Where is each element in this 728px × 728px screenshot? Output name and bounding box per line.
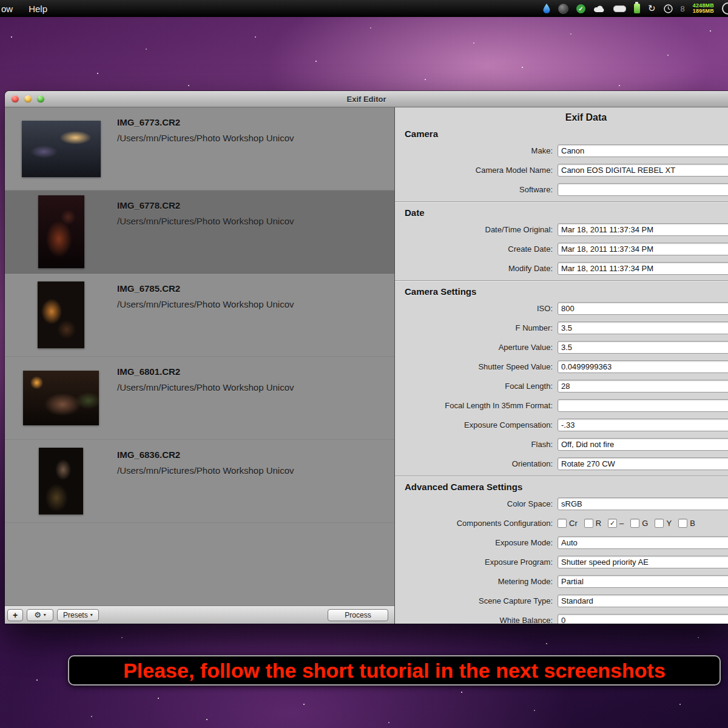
- battery-pill-icon[interactable]: [613, 5, 626, 12]
- file-path: /Users/mn/Pictures/Photo Workshop Unicov: [117, 299, 394, 309]
- iso-field[interactable]: [558, 302, 728, 315]
- file-meta: IMG_6778.CR2 /Users/mn/Pictures/Photo Wo…: [117, 190, 394, 273]
- memory-indicator[interactable]: 4248MB 1895MB: [693, 3, 714, 14]
- drop-icon[interactable]: [543, 4, 550, 13]
- file-thumbnail[interactable]: [23, 371, 99, 425]
- field-label-white-balance: White Balance:: [395, 616, 558, 624]
- file-thumbnail[interactable]: [38, 195, 84, 268]
- section-camera: Camera Make: Camera Model Name: Software…: [395, 127, 728, 199]
- section-separator: [395, 201, 728, 203]
- menu-item-help[interactable]: Help: [29, 4, 47, 14]
- exif-data-pane: Exif Data Camera Make: Camera Model Name…: [394, 107, 728, 624]
- file-row[interactable]: IMG_6801.CR2 /Users/mn/Pictures/Photo Wo…: [5, 357, 394, 440]
- aperture-value-field[interactable]: [558, 341, 728, 354]
- zoom-button[interactable]: [37, 95, 44, 103]
- component-label-y: Y: [666, 519, 672, 528]
- file-path: /Users/mn/Pictures/Photo Workshop Unicov: [117, 216, 394, 226]
- orientation-field[interactable]: [558, 457, 728, 470]
- section-camera-settings: Camera Settings ISO: F Number: Aperture …: [395, 285, 728, 473]
- component-label-r: R: [596, 519, 601, 528]
- file-meta: IMG_6773.CR2 /Users/mn/Pictures/Photo Wo…: [117, 107, 394, 190]
- sync-icon[interactable]: ↻: [648, 3, 656, 14]
- cloud-icon[interactable]: [593, 4, 605, 13]
- software-field[interactable]: [558, 183, 728, 196]
- field-label-camera-model: Camera Model Name:: [395, 166, 558, 175]
- field-label-color-space: Color Space:: [395, 499, 558, 508]
- section-header-camera-settings: Camera Settings: [395, 285, 728, 298]
- memory-free-value: 1895MB: [693, 8, 714, 14]
- close-button[interactable]: [12, 95, 19, 103]
- window-title: Exif Editor: [5, 95, 728, 104]
- file-thumbnail[interactable]: [22, 121, 101, 177]
- component-checkbox-y[interactable]: [655, 519, 664, 528]
- color-space-field[interactable]: [558, 497, 728, 510]
- file-path: /Users/mn/Pictures/Photo Workshop Unicov: [117, 133, 394, 143]
- component-checkbox-dash[interactable]: ✓: [608, 519, 617, 528]
- field-label-orientation: Orientation:: [395, 459, 558, 468]
- file-row-selected[interactable]: IMG_6778.CR2 /Users/mn/Pictures/Photo Wo…: [5, 190, 394, 274]
- thumbnail-cell: [5, 440, 117, 522]
- actions-menu-button[interactable]: ⚙ ▾: [27, 609, 53, 621]
- camera-model-field[interactable]: [558, 164, 728, 177]
- window-titlebar[interactable]: Exif Editor: [5, 91, 728, 107]
- menu-item-window[interactable]: ow: [1, 4, 13, 14]
- section-separator: [395, 476, 728, 477]
- component-checkbox-g[interactable]: [630, 519, 639, 528]
- file-row[interactable]: IMG_6773.CR2 /Users/mn/Pictures/Photo Wo…: [5, 107, 394, 190]
- check-status-icon[interactable]: ✓: [576, 4, 585, 13]
- status-circle-icon[interactable]: [558, 4, 568, 14]
- thumbnail-cell: [5, 274, 117, 356]
- file-row[interactable]: IMG_6785.CR2 /Users/mn/Pictures/Photo Wo…: [5, 274, 394, 357]
- white-balance-field[interactable]: [558, 614, 728, 624]
- flash-field[interactable]: [558, 438, 728, 451]
- exposure-program-field[interactable]: [558, 556, 728, 568]
- component-label-cr: Cr: [569, 519, 578, 528]
- section-header-advanced-camera-settings: Advanced Camera Settings: [395, 480, 728, 494]
- section-separator: [395, 280, 728, 281]
- file-meta: IMG_6801.CR2 /Users/mn/Pictures/Photo Wo…: [117, 357, 394, 439]
- field-label-create-date: Create Date:: [395, 244, 558, 254]
- spaces-indicator[interactable]: 8: [681, 4, 685, 13]
- file-thumbnail[interactable]: [38, 281, 84, 348]
- file-thumbnail[interactable]: [39, 448, 83, 514]
- field-label-datetime-original: Date/Time Original:: [395, 225, 558, 234]
- shutter-speed-field[interactable]: [558, 360, 728, 373]
- battery-vertical-icon[interactable]: [634, 4, 640, 13]
- file-row[interactable]: IMG_6836.CR2 /Users/mn/Pictures/Photo Wo…: [5, 440, 394, 523]
- file-name: IMG_6836.CR2: [117, 450, 394, 460]
- field-label-aperture-value: Aperture Value:: [395, 343, 558, 352]
- modify-date-field[interactable]: [558, 262, 728, 275]
- menu-bar: ow Help ✓ ↻ 8 4248MB 1895MB: [0, 0, 728, 17]
- tutorial-banner: Please, follow the short tutorial in the…: [68, 655, 721, 686]
- field-label-shutter-speed: Shutter Speed Value:: [395, 362, 558, 371]
- minimize-button[interactable]: [24, 95, 32, 103]
- make-field[interactable]: [558, 144, 728, 157]
- focal-length-35mm-field[interactable]: [558, 399, 728, 412]
- component-checkbox-b[interactable]: [678, 519, 687, 528]
- presets-label: Presets: [63, 611, 88, 619]
- create-date-field[interactable]: [558, 243, 728, 255]
- exposure-compensation-field[interactable]: [558, 419, 728, 431]
- component-label-b: B: [690, 519, 695, 528]
- components-configuration-group: Cr R ✓ – G Y B: [558, 519, 699, 528]
- add-file-button[interactable]: +: [7, 609, 23, 621]
- exposure-mode-field[interactable]: [558, 536, 728, 549]
- component-checkbox-r[interactable]: [584, 519, 593, 528]
- menu-extra-icon[interactable]: [722, 2, 728, 15]
- f-number-field[interactable]: [558, 322, 728, 334]
- component-checkbox-cr[interactable]: [558, 519, 567, 528]
- process-button[interactable]: Process: [328, 609, 388, 621]
- file-path: /Users/mn/Pictures/Photo Workshop Unicov: [117, 465, 394, 476]
- file-name: IMG_6778.CR2: [117, 200, 394, 211]
- menu-items: ow Help: [0, 4, 47, 14]
- scene-capture-type-field[interactable]: [558, 595, 728, 607]
- field-label-modify-date: Modify Date:: [395, 264, 558, 273]
- field-label-make: Make:: [395, 146, 558, 155]
- clock-icon[interactable]: [664, 4, 673, 13]
- window-controls: [12, 91, 44, 107]
- datetime-original-field[interactable]: [558, 223, 728, 236]
- metering-mode-field[interactable]: [558, 575, 728, 588]
- field-label-exposure-compensation: Exposure Compensation:: [395, 420, 558, 430]
- focal-length-field[interactable]: [558, 380, 728, 393]
- presets-button[interactable]: Presets ▾: [57, 609, 99, 621]
